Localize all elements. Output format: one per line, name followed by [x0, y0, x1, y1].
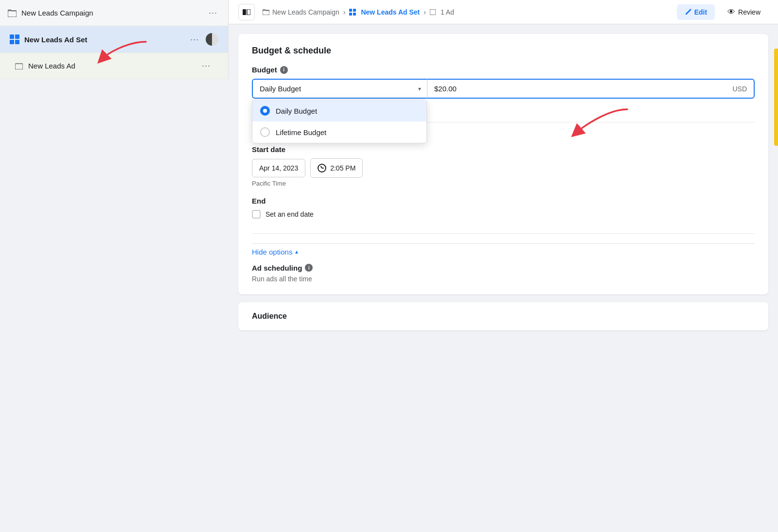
- breadcrumb-ad[interactable]: 1 Ad: [430, 8, 454, 16]
- timezone-label: Pacific Time: [252, 180, 755, 187]
- sidebar-nav: New Leads Campaign ··· New Leads Ad Set …: [0, 0, 229, 79]
- start-date-value: Apr 14, 2023: [259, 164, 298, 172]
- sidebar-item-adset[interactable]: New Leads Ad Set ···: [0, 26, 228, 53]
- budget-section-label: Budget i: [252, 66, 755, 74]
- hide-options-row: Hide options ▴: [252, 243, 755, 256]
- end-date-checkbox[interactable]: [252, 210, 261, 219]
- breadcrumb: New Leads Campaign › New Leads Ad Set › …: [263, 8, 677, 16]
- budget-label-text: Budget: [252, 66, 277, 74]
- svg-rect-4: [247, 9, 250, 15]
- ad-scheduling-value: Run ads all the time: [252, 275, 755, 283]
- start-date-row: Apr 14, 2023 2:05 PM: [252, 158, 755, 178]
- half-circle-icon[interactable]: [206, 33, 218, 46]
- start-date-input[interactable]: Apr 14, 2023: [252, 159, 305, 177]
- dropdown-item-lifetime[interactable]: Lifetime Budget: [252, 121, 426, 143]
- clock-hand2: [322, 168, 324, 169]
- edit-button-label: Edit: [694, 8, 707, 16]
- ad-folder-icon: [15, 62, 23, 70]
- svg-rect-3: [243, 9, 246, 15]
- budget-dropdown-menu: Daily Budget Lifetime Budget: [252, 100, 427, 143]
- svg-rect-1: [8, 11, 17, 17]
- budget-select[interactable]: Daily Budget Lifetime Budget: [252, 79, 427, 99]
- edit-button[interactable]: Edit: [677, 4, 715, 20]
- campaign-label: New Leads Campaign: [21, 9, 206, 17]
- dropdown-daily-label: Daily Budget: [276, 107, 317, 115]
- budget-row: Daily Budget Lifetime Budget ▾ Daily Bud…: [252, 79, 755, 99]
- hide-options-link[interactable]: Hide options: [252, 248, 292, 256]
- sidebar: New Leads Campaign ··· New Leads Ad Set …: [0, 0, 229, 532]
- end-label-text: End: [252, 197, 265, 205]
- review-button[interactable]: 👁 Review: [720, 4, 768, 20]
- end-section: End Set an end date: [252, 197, 755, 219]
- nav-actions: Edit 👁 Review: [677, 4, 768, 20]
- ad-dots[interactable]: ···: [199, 60, 213, 72]
- radio-lifetime: [260, 127, 270, 137]
- breadcrumb-sep2: ›: [424, 8, 426, 16]
- checkbox-row: Set an end date: [252, 210, 755, 219]
- card-title: Budget & schedule: [252, 46, 755, 56]
- svg-rect-6: [430, 9, 436, 15]
- breadcrumb-adset[interactable]: New Leads Ad Set: [349, 8, 420, 16]
- campaign-dots[interactable]: ···: [206, 7, 220, 19]
- budget-currency: USD: [732, 85, 747, 93]
- ad-label: New Leads Ad: [28, 62, 199, 70]
- adset-dots[interactable]: ···: [187, 34, 202, 46]
- budget-amount-wrapper: USD: [427, 79, 755, 99]
- adset-grid-icon: [10, 34, 19, 44]
- svg-rect-5: [263, 10, 269, 15]
- audience-card-partial: Audience: [238, 302, 768, 330]
- breadcrumb-sep1: ›: [343, 8, 346, 16]
- breadcrumb-adset-label: New Leads Ad Set: [361, 8, 420, 16]
- start-date-label-text: Start date: [252, 145, 285, 154]
- top-nav: New Leads Campaign › New Leads Ad Set › …: [229, 0, 778, 24]
- sidebar-item-campaign[interactable]: New Leads Campaign ···: [0, 0, 228, 26]
- scroll-area[interactable]: Budget & schedule Budget i Daily Budget …: [229, 24, 778, 532]
- breadcrumb-adset-icon: [349, 9, 356, 16]
- start-time-value: 2:05 PM: [330, 164, 355, 172]
- ad-scheduling-info-icon[interactable]: i: [305, 264, 313, 272]
- ad-scheduling-section: Ad scheduling i Run ads all the time: [252, 264, 755, 283]
- ad-scheduling-label-text: Ad scheduling: [252, 264, 302, 272]
- start-time-input[interactable]: 2:05 PM: [310, 158, 363, 178]
- breadcrumb-ad-label: 1 Ad: [441, 8, 454, 16]
- breadcrumb-campaign-label: New Leads Campaign: [272, 8, 339, 16]
- sidebar-toggle-button[interactable]: [238, 4, 255, 20]
- budget-schedule-card: Budget & schedule Budget i Daily Budget …: [238, 34, 768, 294]
- sidebar-item-ad[interactable]: New Leads Ad ···: [0, 53, 228, 79]
- budget-select-wrapper: Daily Budget Lifetime Budget ▾ Daily Bud…: [252, 79, 427, 99]
- budget-amount-input[interactable]: [434, 85, 732, 93]
- budget-info-icon[interactable]: i: [280, 66, 288, 74]
- ad-scheduling-label: Ad scheduling i: [252, 264, 755, 272]
- folder-icon: [8, 9, 17, 17]
- dropdown-item-daily[interactable]: Daily Budget: [252, 100, 426, 121]
- clock-icon: [318, 164, 326, 172]
- end-date-label: Set an end date: [265, 210, 314, 218]
- main-content: New Leads Campaign › New Leads Ad Set › …: [229, 0, 778, 532]
- end-label: End: [252, 197, 755, 205]
- review-button-label: Review: [738, 8, 760, 16]
- radio-daily-inner: [263, 109, 267, 113]
- radio-daily: [260, 106, 270, 116]
- chevron-up-icon: ▴: [295, 248, 298, 255]
- dropdown-lifetime-label: Lifetime Budget: [276, 128, 326, 137]
- start-date-label: Start date: [252, 145, 755, 154]
- breadcrumb-campaign[interactable]: New Leads Campaign: [263, 8, 339, 16]
- section-divider-2: [252, 233, 755, 234]
- audience-card-title: Audience: [252, 312, 755, 321]
- svg-rect-2: [15, 64, 23, 69]
- adset-label: New Leads Ad Set: [24, 35, 187, 44]
- eye-icon: 👁: [727, 8, 735, 17]
